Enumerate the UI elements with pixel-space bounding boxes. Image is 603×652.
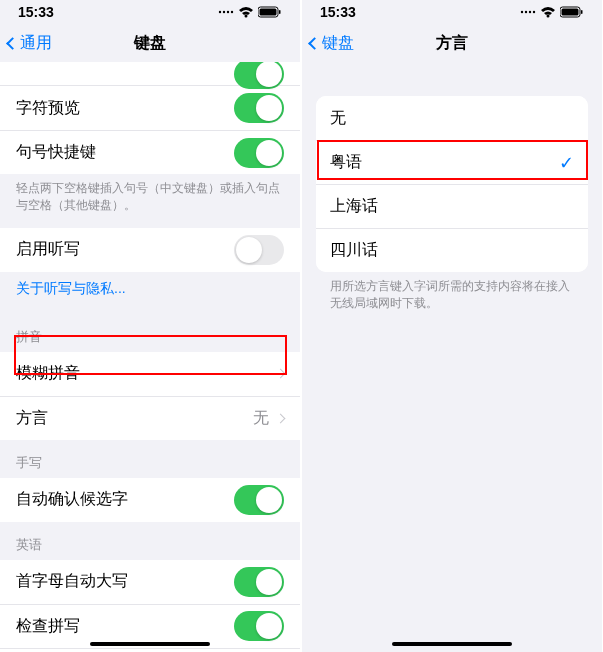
back-button[interactable]: 通用 (8, 33, 52, 54)
svg-point-9 (529, 11, 531, 13)
toggle-auto-cap[interactable] (234, 567, 284, 597)
svg-point-7 (521, 11, 523, 13)
section-header-handwriting: 手写 (0, 440, 300, 478)
row-label: 检查拼写 (16, 616, 80, 637)
svg-point-10 (533, 11, 535, 13)
toggle-on[interactable] (234, 62, 284, 89)
row-label: 启用听写 (16, 239, 80, 260)
nav-bar: 键盘 方言 (302, 24, 602, 62)
svg-point-1 (223, 11, 225, 13)
footnote: 轻点两下空格键插入句号（中文键盘）或插入句点与空格（其他键盘）。 (0, 174, 300, 228)
svg-point-0 (219, 11, 221, 13)
svg-rect-6 (279, 10, 281, 14)
option-shanghainese[interactable]: 上海话 (316, 184, 588, 228)
svg-rect-12 (562, 9, 579, 16)
svg-rect-5 (260, 9, 277, 16)
row-value: 无 (253, 408, 269, 429)
option-sichuanese[interactable]: 四川话 (316, 228, 588, 272)
cellular-icon (520, 7, 536, 17)
row-period-shortcut[interactable]: 句号快捷键 (0, 130, 300, 174)
option-none[interactable]: 无 (316, 96, 588, 140)
row-label: 自动确认候选字 (16, 489, 128, 510)
row-label: 字符预览 (16, 98, 80, 119)
wifi-icon (540, 6, 556, 18)
toggle-char-preview[interactable] (234, 93, 284, 123)
status-icons (218, 6, 282, 18)
cellular-icon (218, 7, 234, 17)
settings-list[interactable]: 字符预览 句号快捷键 轻点两下空格键插入句号（中文键盘）或插入句点与空格（其他键… (0, 62, 300, 652)
status-bar: 15:33 (302, 0, 602, 24)
toggle-period-shortcut[interactable] (234, 138, 284, 168)
back-label: 通用 (20, 33, 52, 54)
row-dialect[interactable]: 方言 无 (0, 396, 300, 440)
wifi-icon (238, 6, 254, 18)
page-title: 方言 (436, 33, 468, 54)
option-label: 上海话 (330, 196, 378, 217)
toggle-dictation[interactable] (234, 235, 284, 265)
time-display: 15:33 (320, 4, 356, 20)
row-auto-cap[interactable]: 首字母自动大写 (0, 560, 300, 604)
row-dictation[interactable]: 启用听写 (0, 228, 300, 272)
option-label: 粤语 (330, 152, 362, 173)
section-header-english: 英语 (0, 522, 300, 560)
chevron-right-icon (276, 369, 286, 379)
svg-rect-13 (581, 10, 583, 14)
row-predictive[interactable]: 输入预测 (0, 648, 300, 652)
privacy-link[interactable]: 关于听写与隐私... (0, 272, 300, 314)
status-bar: 15:33 (0, 0, 300, 24)
row-label: 模糊拼音 (16, 363, 80, 384)
page-title: 键盘 (134, 33, 166, 54)
battery-icon (258, 6, 282, 18)
checkmark-icon: ✓ (559, 152, 574, 174)
back-button[interactable]: 键盘 (310, 33, 354, 54)
toggle-check-spelling[interactable] (234, 611, 284, 641)
row-char-preview[interactable]: 字符预览 (0, 86, 300, 130)
home-indicator[interactable] (392, 642, 512, 646)
option-label: 无 (330, 108, 346, 129)
option-cantonese[interactable]: 粤语 ✓ (316, 140, 588, 184)
option-label: 四川话 (330, 240, 378, 261)
footnote: 用所选方言键入字词所需的支持内容将在接入无线局域网时下载。 (302, 272, 602, 326)
svg-point-3 (231, 11, 233, 13)
battery-icon (560, 6, 584, 18)
nav-bar: 通用 键盘 (0, 24, 300, 62)
home-indicator[interactable] (90, 642, 210, 646)
dialect-list[interactable]: 无 粤语 ✓ 上海话 四川话 用所选方言键入字词所需的支持内容将在接入无线局域网… (302, 62, 602, 652)
time-display: 15:33 (18, 4, 54, 20)
row-check-spelling[interactable]: 检查拼写 (0, 604, 300, 648)
row-auto-confirm[interactable]: 自动确认候选字 (0, 478, 300, 522)
svg-point-8 (525, 11, 527, 13)
chevron-left-icon (6, 37, 19, 50)
section-header-pinyin: 拼音 (0, 314, 300, 352)
chevron-right-icon (276, 413, 286, 423)
back-label: 键盘 (322, 33, 354, 54)
row-label: 句号快捷键 (16, 142, 96, 163)
row-label: 首字母自动大写 (16, 571, 128, 592)
status-icons (520, 6, 584, 18)
svg-point-2 (227, 11, 229, 13)
row-fuzzy-pinyin[interactable]: 模糊拼音 (0, 352, 300, 396)
chevron-left-icon (308, 37, 321, 50)
toggle-auto-confirm[interactable] (234, 485, 284, 515)
row-label: 方言 (16, 408, 48, 429)
partial-row[interactable] (0, 62, 300, 86)
